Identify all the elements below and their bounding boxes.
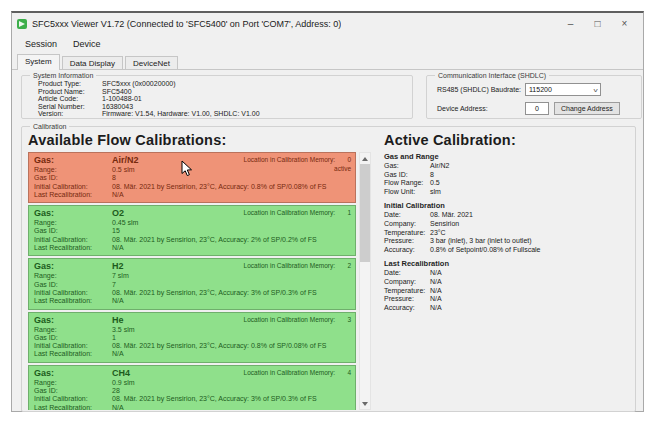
detail-label: Flow Unit: [384,188,430,197]
last-recalibration-value: N/A [112,297,124,305]
detail-value: N/A [430,295,442,304]
location-number: 4 [335,369,351,376]
calibration-card[interactable]: Gas: CH4 Location in Calibration Memory:… [28,365,356,410]
range-label: Range: [34,379,112,387]
detail-value: 23°C [430,229,446,238]
scrollbar-track[interactable] [360,262,370,398]
active-calibration-section: Initial CalibrationDate:08. Mär. 2021Com… [384,201,629,254]
detail-value: N/A [430,278,442,287]
detail-label: Accuracy: [384,304,430,313]
menu-device[interactable]: Device [65,36,109,52]
gas-id-row: Gas ID: 28 [34,387,350,395]
detail-row: Flow Unit:slm [384,188,629,197]
calibration-group-title: Calibration [30,123,69,130]
scroll-up-icon [362,157,368,161]
detail-value: N/A [430,287,442,296]
scroll-down-button[interactable] [360,398,370,409]
calibration-card[interactable]: Gas: H2 Location in Calibration Memory: … [28,258,356,309]
calibration-card[interactable]: Gas: He Location in Calibration Memory: … [28,312,356,363]
initial-calibration-value: 08. Mär. 2021 by Sensirion, 23°C, Accura… [112,183,326,191]
app-window: SFC5xxx Viewer V1.72 (Connected to 'SFC5… [11,11,644,412]
detail-row: Accuracy:N/A [384,304,629,313]
last-recalibration-label: Last Recalibration: [34,191,112,199]
maximize-button[interactable]: □ [584,15,611,33]
gas-id-label: Gas ID: [34,387,112,395]
gas-id-label: Gas ID: [34,334,112,342]
tab-system[interactable]: System [17,54,60,70]
location-number: 1 [335,209,351,216]
mouse-cursor-icon [181,160,193,178]
range-value: 3.5 slm [112,326,135,334]
gas-id-value: 8 [112,174,116,182]
location-number: 2 [335,262,351,269]
device-address-input[interactable] [525,102,549,115]
initial-calibration-label: Initial Calibration: [34,289,112,297]
gas-id-row: Gas ID: 1 [34,334,350,342]
tab-strip: SystemData DisplayDeviceNet [12,53,643,70]
location-number: 3 [335,316,351,323]
close-button[interactable]: × [611,15,638,33]
tab-data-display[interactable]: Data Display [62,56,123,70]
detail-row: Accuracy:0.8% of Setpoint/0.08% of Fulls… [384,246,629,255]
last-recalibration-row: Last Recalibration: N/A [34,297,350,305]
initial-calibration-label: Initial Calibration: [34,183,112,191]
gas-name: He [112,315,124,326]
detail-value: Sensirion [430,220,459,229]
info-value: 16380043 [102,103,133,111]
active-status-badge: active [334,165,351,172]
range-value: 7 slm [112,272,129,280]
calibration-list-scrollbar[interactable] [359,152,371,410]
available-calibrations-heading: Available Flow Calibrations: [28,132,372,148]
section-title: Gas and Range [384,152,629,161]
initial-calibration-row: Initial Calibration: 08. Mär. 2021 by Se… [34,395,350,403]
window-title: SFC5xxx Viewer V1.72 (Connected to 'SFC5… [32,19,341,29]
tab-devicenet[interactable]: DeviceNet [125,56,178,70]
last-recalibration-row: Last Recalibration: N/A [34,350,350,358]
minimize-button[interactable]: – [557,15,584,33]
calibration-card[interactable]: Gas: O2 Location in Calibration Memory: … [28,205,356,256]
gas-name: H2 [112,261,124,272]
baudrate-row: RS485 (SHDLC) Baudrate: 115200 v [433,83,635,96]
detail-row: Serial Number:16380043 [38,103,406,111]
calibration-memory-location: Location in Calibration Memory: 0 [244,156,351,163]
scroll-down-icon [362,402,368,406]
initial-calibration-value: 08. Mär. 2021 by Sensirion, 23°C, Accura… [112,289,317,297]
location-label: Location in Calibration Memory: [244,369,335,376]
calibration-memory-location: Location in Calibration Memory: 4 [244,369,351,376]
last-recalibration-label: Last Recalibration: [34,244,112,252]
active-calibration-section: Gas and RangeGas:Air/N2Gas ID:8Flow Rang… [384,152,629,196]
range-value: 0.45 slm [112,219,138,227]
active-calibration-heading: Active Calibration: [384,132,629,148]
gas-label: Gas: [34,315,112,326]
baudrate-select[interactable]: 115200 v [525,83,601,96]
range-row: Range: 3.5 slm [34,326,350,334]
last-recalibration-value: N/A [112,350,124,358]
scroll-up-button[interactable] [360,153,370,164]
initial-calibration-value: 08. Mär. 2021 by Sensirion, 23°C, Accura… [112,342,326,350]
scrollbar-thumb[interactable] [360,164,370,262]
location-label: Location in Calibration Memory: [244,209,335,216]
range-label: Range: [34,272,112,280]
info-label: Article Code: [38,95,102,103]
communication-interface-group: Communication Interface (SHDLC) RS485 (S… [426,72,642,119]
detail-value: N/A [430,269,442,278]
detail-row: Gas:Air/N2 [384,162,629,171]
detail-label: Gas ID: [384,171,430,180]
screenshot-stage: SFC5xxx Viewer V1.72 (Connected to 'SFC5… [0,0,647,422]
system-information-title: System Information [30,72,96,79]
device-address-row: Device Address: Change Address [433,102,635,115]
menu-session[interactable]: Session [17,36,65,52]
gas-id-label: Gas ID: [34,227,112,235]
gas-id-label: Gas ID: [34,281,112,289]
title-bar: SFC5xxx Viewer V1.72 (Connected to 'SFC5… [12,13,643,34]
range-row: Range: 0.45 slm [34,219,350,227]
last-recalibration-row: Last Recalibration: N/A [34,244,350,252]
range-value: 0.5 slm [112,166,135,174]
info-value: 1-100488-01 [102,95,142,103]
location-label: Location in Calibration Memory: [244,316,335,323]
system-information-group: System Information Product Type:SFC5xxx … [21,72,413,119]
baudrate-value: 115200 [529,86,552,93]
change-address-button[interactable]: Change Address [554,102,620,115]
window-controls: – □ × [557,15,638,33]
info-value: SFC5xxx (0x00020000) [102,80,176,88]
